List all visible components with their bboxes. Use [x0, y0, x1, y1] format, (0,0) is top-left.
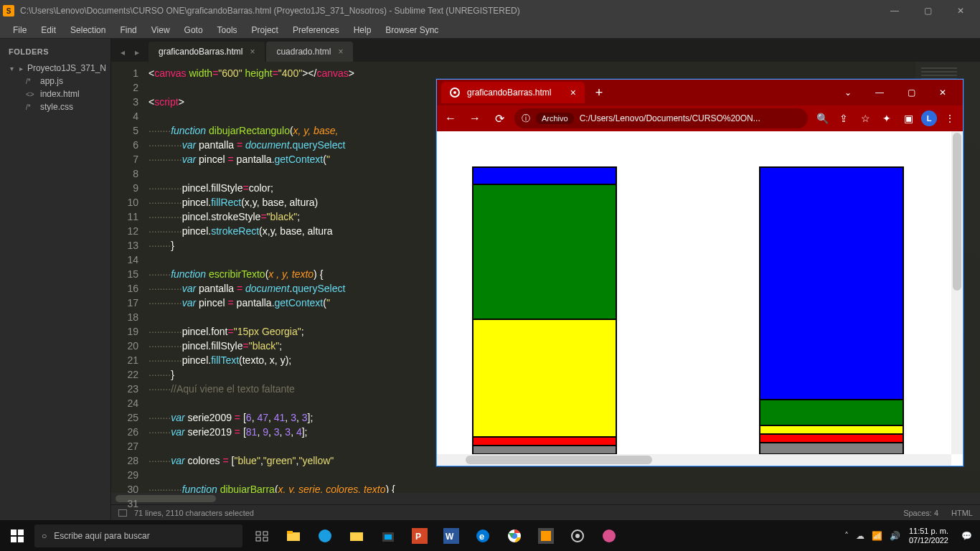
search-placeholder: Escribe aquí para buscar	[54, 531, 149, 541]
minimize-button[interactable]: —	[864, 82, 895, 103]
settings-icon[interactable]	[562, 521, 593, 551]
editor-hscrollbar[interactable]	[111, 493, 980, 504]
menu-find[interactable]: Find	[113, 23, 143, 37]
menu-help[interactable]: Help	[347, 23, 379, 37]
kebab-menu-icon[interactable]: ⋮	[941, 110, 958, 127]
svg-rect-9	[385, 534, 392, 540]
maximize-button[interactable]: ▢	[895, 82, 927, 103]
svg-point-6	[319, 529, 331, 542]
browser-tab[interactable]: graficandoBarras.html ×	[441, 82, 585, 103]
reload-button[interactable]: ⟳	[490, 109, 509, 128]
chevron-down-icon: ▾	[9, 65, 15, 72]
svg-rect-3	[263, 537, 268, 541]
svg-text:P: P	[415, 532, 421, 542]
project-folder[interactable]: ▾ ▸ Proyecto1JS_371_N	[7, 62, 108, 75]
address-bar[interactable]: ⓘ Archivo C:/Users/Lenovo/Documents/CURS…	[514, 108, 808, 128]
bookmark-icon[interactable]: ☆	[857, 110, 874, 127]
menu-preferences[interactable]: Preferences	[286, 23, 347, 37]
extensions-icon[interactable]: ✦	[878, 110, 895, 127]
browser-tab-title: graficandoBarras.html	[467, 88, 551, 98]
taskbar-search[interactable]: ○ Escribe aquí para buscar	[34, 524, 242, 547]
css-file-icon: /*	[26, 103, 37, 111]
html-file-icon: <>	[26, 90, 37, 98]
sublime-taskbar-icon[interactable]	[531, 521, 561, 551]
status-spaces[interactable]: Spaces: 4	[903, 509, 938, 517]
line-gutter: 1234567891011121314151617181920212223242…	[111, 62, 146, 493]
menu-project[interactable]: Project	[245, 23, 286, 37]
tab-label: cuadrado.html	[276, 47, 331, 57]
system-tray[interactable]: ˄ ☁ 📶 🔊	[844, 531, 900, 541]
store-icon[interactable]	[373, 521, 403, 551]
powerpoint-icon[interactable]: P	[405, 521, 435, 551]
share-icon[interactable]: ⇪	[835, 110, 852, 127]
menu-browsersync[interactable]: Browser Sync	[378, 23, 446, 37]
chrome-icon[interactable]	[499, 521, 529, 551]
file-style-css[interactable]: /* style.css	[7, 100, 108, 113]
js-file-icon: /*	[26, 77, 37, 85]
menu-edit[interactable]: Edit	[34, 23, 63, 37]
zoom-icon[interactable]: 🔍	[814, 110, 831, 127]
taskbar: ○ Escribe aquí para buscar P W e ˄ ☁ 📶 🔊…	[0, 520, 980, 551]
tab-graficandobarras[interactable]: graficandoBarras.html ×	[149, 42, 265, 62]
status-language[interactable]: HTML	[951, 509, 973, 517]
scrollbar-thumb[interactable]	[466, 456, 652, 464]
close-button[interactable]: ✕	[944, 0, 977, 22]
onedrive-icon[interactable]: ☁	[856, 531, 864, 541]
browser-viewport	[437, 131, 963, 466]
clock-date: 07/12/2022	[909, 536, 948, 545]
close-icon[interactable]: ×	[570, 87, 576, 98]
file-index-html[interactable]: <> index.html	[7, 88, 108, 100]
close-icon[interactable]: ×	[250, 47, 255, 57]
menubar: File Edit Selection Find View Goto Tools…	[0, 22, 980, 39]
close-icon[interactable]: ×	[338, 47, 343, 57]
edge-icon[interactable]	[310, 521, 340, 551]
taskbar-clock[interactable]: 11:51 p. m. 07/12/2022	[909, 527, 948, 545]
word-icon[interactable]: W	[436, 521, 466, 551]
folder-icon[interactable]	[341, 521, 372, 551]
file-label: app.js	[40, 76, 63, 86]
menu-goto[interactable]: Goto	[177, 23, 210, 37]
tab-label: graficandoBarras.html	[159, 47, 242, 57]
app-icon[interactable]	[594, 521, 624, 551]
svg-rect-0	[256, 532, 260, 535]
svg-text:W: W	[446, 532, 454, 542]
svg-rect-1	[263, 532, 268, 535]
volume-icon[interactable]: 🔊	[890, 531, 900, 541]
window-title: C:\Users\Lenovo\Documents\CURSO ONE\graf…	[20, 6, 520, 16]
clock-time: 11:51 p. m.	[909, 527, 948, 536]
svg-point-22	[603, 529, 616, 542]
statusbar: 71 lines, 2110 characters selected Space…	[111, 504, 980, 520]
menu-tools[interactable]: Tools	[210, 23, 245, 37]
menu-file[interactable]: File	[6, 23, 34, 37]
wifi-icon[interactable]: 📶	[872, 531, 882, 541]
profile-avatar[interactable]: L	[921, 110, 937, 126]
new-tab-button[interactable]: +	[589, 83, 609, 103]
sidepanel-icon[interactable]: ▣	[900, 110, 917, 127]
minimize-button[interactable]: —	[878, 0, 911, 22]
tab-scroll-left[interactable]: ◂	[116, 43, 130, 62]
close-button[interactable]: ✕	[927, 82, 958, 103]
menu-view[interactable]: View	[144, 23, 177, 37]
svg-point-21	[575, 534, 580, 538]
tab-cuadrado[interactable]: cuadrado.html ×	[266, 42, 353, 62]
task-view-icon[interactable]	[247, 521, 277, 551]
browser-toolbar: ← → ⟳ ⓘ Archivo C:/Users/Lenovo/Document…	[437, 105, 963, 131]
explorer-icon[interactable]	[278, 521, 308, 551]
browser-hscrollbar[interactable]	[437, 454, 951, 466]
tab-search-button[interactable]: ⌄	[832, 82, 864, 103]
scrollbar-thumb[interactable]	[953, 133, 961, 291]
browser-vscrollbar[interactable]	[951, 131, 963, 454]
svg-rect-19	[541, 531, 551, 541]
file-app-js[interactable]: /* app.js	[7, 75, 108, 88]
edge-legacy-icon[interactable]: e	[468, 521, 498, 551]
tray-chevron-icon[interactable]: ˄	[844, 531, 849, 541]
forward-button[interactable]: →	[466, 109, 484, 128]
tab-scroll-right[interactable]: ▸	[130, 43, 144, 62]
notifications-icon[interactable]: 💬	[957, 531, 976, 541]
back-button[interactable]: ←	[441, 109, 460, 128]
folder-icon: ▸	[18, 65, 24, 72]
svg-text:e: e	[479, 531, 484, 542]
maximize-button[interactable]: ▢	[911, 0, 944, 22]
menu-selection[interactable]: Selection	[63, 23, 113, 37]
start-button[interactable]	[0, 520, 34, 551]
